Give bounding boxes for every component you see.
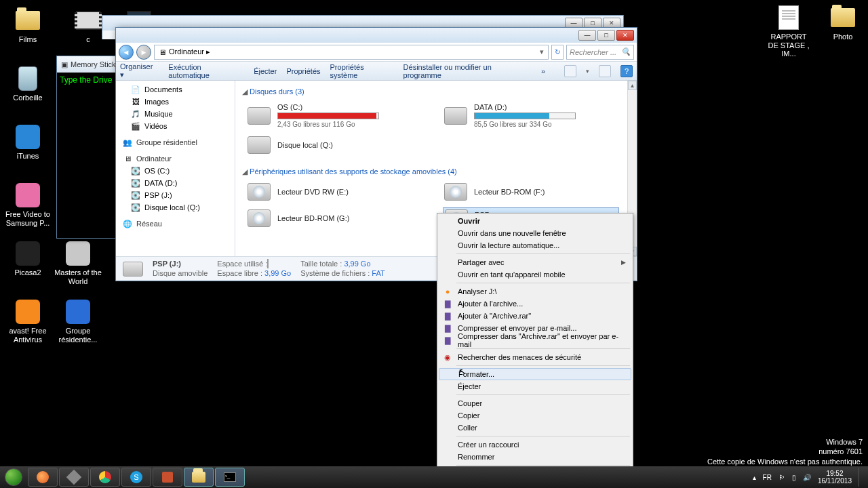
nav-drive-c[interactable]: 💽OS (C:): [116, 165, 235, 177]
dropdown-icon[interactable]: ▾: [540, 47, 544, 56]
breadcrumb[interactable]: 🖥 Ordinateur ▸ ▾: [154, 45, 549, 60]
help-button[interactable]: ?: [620, 65, 633, 77]
menu-item[interactable]: Créer un raccourci: [439, 439, 631, 451]
menu-item[interactable]: ▇Compresser dans "Archive.rar" et envoye…: [439, 334, 631, 346]
desktop-icon[interactable]: avast! Free Antivirus: [4, 298, 52, 344]
preview-pane-button[interactable]: [599, 65, 611, 77]
toolbar-sysprops[interactable]: Propriétés système: [330, 63, 394, 79]
toolbar-overflow[interactable]: »: [541, 67, 545, 75]
desktop-icon[interactable]: Masters of the World: [54, 240, 102, 285]
desktop-icon[interactable]: Groupe résidentie...: [54, 298, 102, 344]
search-input[interactable]: Rechercher ... 🔍: [566, 45, 634, 60]
menu-item[interactable]: Formater...: [439, 368, 631, 380]
drive-item[interactable]: Disque local (Q:): [246, 135, 422, 155]
menu-item[interactable]: ▇Ajouter à l'archive...: [439, 298, 631, 310]
menu-item[interactable]: Éjecter: [439, 380, 631, 392]
group-removable[interactable]: ◢ Périphériques utilisant des supports d…: [242, 165, 630, 179]
desktop-label: Photo: [833, 33, 853, 41]
toolbar-eject[interactable]: Éjecter: [254, 67, 277, 75]
menu-item[interactable]: ●Analyser J:\: [439, 285, 631, 298]
menu-item[interactable]: Ouvrir dans une nouvelle fenêtre: [439, 227, 631, 239]
nav-drive-q[interactable]: 💽Disque local (Q:): [116, 201, 235, 214]
taskbar-cmd[interactable]: ›_: [215, 468, 245, 487]
desktop-icon[interactable]: Films: [4, 7, 52, 44]
back-button[interactable]: ◄: [119, 45, 134, 60]
titlebar[interactable]: — □ ✕: [116, 28, 637, 43]
desktop-label: Masters of the World: [54, 268, 102, 285]
group-hdd[interactable]: ◢ Disques durs (3): [242, 85, 630, 99]
optical-drive-icon: [248, 183, 271, 201]
nav-music[interactable]: 🎵Musique: [116, 108, 235, 120]
menu-item[interactable]: Ouvrir: [439, 215, 631, 227]
view-button[interactable]: [564, 65, 576, 77]
forward-button[interactable]: ►: [136, 45, 151, 60]
nav-documents[interactable]: 📄Documents: [116, 83, 235, 96]
desktop-label: Picasa2: [14, 268, 41, 277]
menu-item[interactable]: ▇Ajouter à "Archive.rar": [439, 310, 631, 322]
search-placeholder: Rechercher ...: [570, 48, 616, 56]
menu-item[interactable]: ◉Rechercher des menaces de sécurité: [439, 351, 631, 363]
scroll-up[interactable]: ▲: [628, 81, 637, 90]
desktop-icon[interactable]: iTunes: [4, 123, 52, 161]
nav-homegroup[interactable]: 👥Groupe résidentiel: [116, 136, 235, 148]
desktop-icon[interactable]: Photo: [819, 4, 867, 41]
start-button[interactable]: [0, 466, 27, 488]
nav-network[interactable]: 🌐Réseau: [116, 218, 235, 230]
tray-clock[interactable]: 19:5216/11/2013: [818, 470, 852, 485]
address-bar: ◄ ► 🖥 Ordinateur ▸ ▾ ↻ Rechercher ... 🔍: [116, 43, 637, 62]
tray-volume-icon[interactable]: 🔊: [803, 474, 811, 481]
drive-item[interactable]: Lecteur BD-ROM (F:): [443, 182, 619, 202]
minimize-button[interactable]: —: [578, 30, 596, 41]
toolbar-organize[interactable]: Organiser ▾: [120, 62, 159, 79]
system-tray[interactable]: ▴ FR 🏳 ▯ 🔊 19:5216/11/2013: [753, 468, 868, 487]
taskbar[interactable]: S ›_ ▴ FR 🏳 ▯ 🔊 19:5216/11/2013: [0, 466, 868, 488]
menu-item[interactable]: Coller: [439, 422, 631, 434]
drive-item[interactable]: OS (C:)2,43 Go libres sur 116 Go: [246, 102, 422, 129]
taskbar-app[interactable]: [153, 468, 182, 487]
tray-flag-icon[interactable]: 🏳: [778, 474, 785, 481]
desktop-icon[interactable]: Free Video to Samsung P...: [4, 182, 52, 227]
desktop-icon[interactable]: Picasa2: [4, 240, 52, 277]
menu-item[interactable]: Copier: [439, 409, 631, 422]
icon: [64, 240, 92, 267]
nav-drive-d[interactable]: 💽DATA (D:): [116, 177, 235, 189]
drive-item[interactable]: DATA (D:)85,5 Go libres sur 334 Go: [443, 102, 619, 129]
nav-images[interactable]: 🖼Images: [116, 96, 235, 108]
nav-pane[interactable]: 📄Documents 🖼Images 🎵Musique 🎬Vidéos 👥Gro…: [116, 81, 235, 256]
taskbar-app[interactable]: [59, 468, 89, 487]
taskbar-skype[interactable]: S: [121, 468, 151, 487]
tray-lang[interactable]: FR: [763, 474, 772, 481]
toolbar: Organiser ▾ Exécution automatique Éjecte…: [116, 62, 637, 81]
chevron-down-icon[interactable]: ▾: [586, 68, 589, 75]
toolbar-autorun[interactable]: Exécution automatique: [168, 63, 244, 79]
image-icon: 🖼: [131, 97, 140, 106]
desktop-icon[interactable]: Corbeille: [4, 65, 52, 102]
taskbar-firefox[interactable]: [28, 468, 58, 487]
menu-item[interactable]: Couper: [439, 397, 631, 409]
menu-item[interactable]: Ouvrir en tant qu'appareil mobile: [439, 268, 631, 281]
tray-network-icon[interactable]: ▯: [792, 474, 796, 481]
drive-item[interactable]: Lecteur BD-ROM (G:): [246, 207, 422, 229]
menu-label: Créer un raccourci: [458, 441, 519, 449]
refresh-button[interactable]: ↻: [551, 45, 564, 60]
menu-item[interactable]: Renommer: [439, 451, 631, 463]
toolbar-uninstall[interactable]: Désinstaller ou modifier un programme: [403, 63, 532, 79]
icon: [14, 65, 41, 92]
tray-chevron-icon[interactable]: ▴: [753, 474, 756, 481]
nav-drive-j[interactable]: 💽PSP (J:): [116, 189, 235, 201]
drive-name: Lecteur DVD RW (E:): [277, 188, 421, 196]
computer-icon: 🖥: [123, 154, 132, 163]
context-menu[interactable]: OuvrirOuvrir dans une nouvelle fenêtreOu…: [437, 213, 633, 482]
desktop-icon[interactable]: RAPPORT DE STAGE , IM...: [765, 4, 812, 58]
maximize-button[interactable]: □: [597, 30, 615, 41]
taskbar-explorer[interactable]: [184, 468, 214, 487]
show-desktop-button[interactable]: [859, 468, 864, 487]
menu-item[interactable]: Partager avec▶: [439, 256, 631, 268]
taskbar-chrome[interactable]: [90, 468, 120, 487]
nav-computer[interactable]: 🖥Ordinateur: [116, 152, 235, 165]
toolbar-properties[interactable]: Propriétés: [286, 67, 320, 75]
nav-videos[interactable]: 🎬Vidéos: [116, 120, 235, 132]
menu-item[interactable]: Ouvrir la lecture automatique...: [439, 239, 631, 251]
close-button[interactable]: ✕: [616, 30, 634, 41]
drive-item[interactable]: Lecteur DVD RW (E:): [246, 182, 422, 202]
